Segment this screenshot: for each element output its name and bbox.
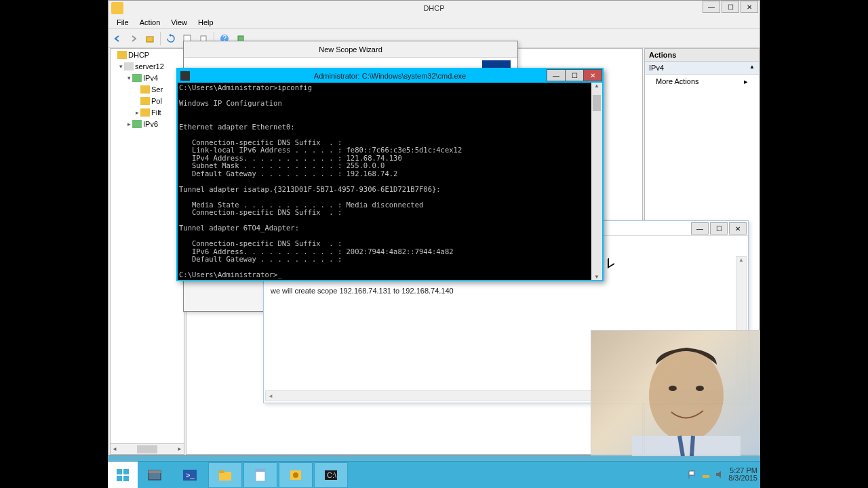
folder-icon	[140, 108, 150, 117]
menu-file[interactable]: File	[111, 18, 134, 26]
more-actions-label: More Actions	[656, 77, 699, 86]
dhcp-root-icon	[117, 51, 127, 59]
tree-item[interactable]: Pol	[151, 97, 162, 105]
submenu-icon: ▸	[744, 77, 748, 86]
cmd-minimize-button[interactable]: —	[547, 69, 566, 81]
mmc-maximize-button[interactable]: ☐	[722, 1, 739, 13]
menu-view[interactable]: View	[165, 18, 193, 26]
taskbar-cmd[interactable]: C:\	[314, 462, 348, 488]
notepad-close-button[interactable]: ✕	[729, 222, 747, 235]
svg-rect-26	[703, 475, 709, 478]
cmd-titlebar[interactable]: Administrator: C:\Windows\system32\cmd.e…	[178, 69, 602, 83]
tree-hscroll[interactable]: ◄ ►	[111, 443, 184, 454]
svg-rect-19	[219, 470, 224, 473]
tree-ipv4[interactable]: IPv4	[143, 74, 158, 82]
scroll-up-icon[interactable]: ▲	[736, 257, 746, 263]
webcam-overlay	[591, 330, 760, 455]
tree-pane[interactable]: DHCP ▾server12 ▾IPv4 Ser Pol ▸Filt ▸IPv6…	[110, 48, 184, 455]
notepad-line: we will create scope 192.168.74.131 to 1…	[271, 287, 454, 295]
cmd-vscroll[interactable]: ▲ ▼	[591, 83, 602, 280]
toolbar-back-button[interactable]	[110, 31, 125, 46]
server-icon	[124, 62, 134, 70]
svg-point-6	[649, 349, 724, 441]
svg-point-8	[696, 386, 704, 391]
mmc-close-button[interactable]: ✕	[741, 1, 758, 13]
svg-rect-10	[117, 469, 122, 474]
taskbar[interactable]: >_ C:\ 5:27 PM 8/3/2015	[108, 461, 760, 488]
svg-rect-21	[256, 469, 265, 472]
taskbar-server-manager[interactable]	[138, 462, 172, 488]
taskbar-dhcp[interactable]	[279, 462, 313, 488]
svg-rect-13	[123, 476, 129, 481]
tray-date: 8/3/2015	[728, 474, 757, 482]
collapse-icon[interactable]: ▾	[125, 75, 132, 81]
tree-item[interactable]: Ser	[151, 85, 163, 94]
tree-ipv6[interactable]: IPv6	[143, 120, 158, 128]
mmc-title: DHCP	[423, 4, 444, 12]
tree-root[interactable]: DHCP	[128, 51, 149, 59]
scroll-left-icon[interactable]: ◄	[266, 393, 275, 399]
tray-clock[interactable]: 5:27 PM 8/3/2015	[728, 467, 757, 482]
scroll-left-icon[interactable]: ◄	[112, 446, 117, 452]
cmd-maximize-button[interactable]: ☐	[565, 69, 584, 81]
dhcp-app-icon	[111, 2, 123, 14]
tray-volume-icon[interactable]	[715, 470, 724, 479]
scroll-right-icon[interactable]: ►	[177, 446, 182, 452]
toolbar-refresh-button[interactable]	[163, 31, 178, 46]
menu-action[interactable]: Action	[134, 18, 166, 26]
ipv6-icon	[132, 120, 142, 128]
svg-text:C:\: C:\	[327, 471, 337, 479]
wizard-title: New Scope Wizard	[184, 41, 517, 58]
cmd-output[interactable]: C:\Users\Administrator>ipconfig Windows …	[178, 83, 602, 280]
collapse-icon[interactable]: ▾	[117, 63, 124, 70]
tree-item[interactable]: Filt	[151, 108, 161, 117]
svg-rect-11	[123, 469, 129, 474]
actions-header: Actions	[645, 49, 759, 62]
start-button[interactable]	[108, 462, 138, 489]
cmd-close-button[interactable]: ✕	[583, 69, 602, 81]
desktop: DHCP — ☐ ✕ File Action View Help ?	[108, 0, 760, 488]
mmc-menubar: File Action View Help	[108, 16, 760, 29]
tree-server[interactable]: server12	[135, 62, 164, 70]
svg-rect-0	[146, 37, 153, 42]
svg-point-23	[293, 472, 298, 478]
scroll-down-icon[interactable]: ▼	[591, 274, 602, 280]
system-tray[interactable]: 5:27 PM 8/3/2015	[688, 461, 757, 488]
svg-rect-9	[632, 436, 741, 456]
notepad-maximize-button[interactable]: ☐	[710, 222, 728, 235]
folder-icon	[140, 97, 150, 105]
svg-rect-15	[149, 470, 161, 473]
taskbar-explorer[interactable]	[208, 462, 242, 488]
toolbar-up-button[interactable]	[142, 31, 157, 46]
toolbar-separator	[160, 32, 161, 45]
toolbar-forward-button[interactable]	[126, 31, 141, 46]
mmc-minimize-button[interactable]: —	[703, 1, 720, 13]
svg-rect-12	[117, 476, 122, 481]
actions-subheader[interactable]: IPv4 ▲	[645, 62, 759, 75]
tray-network-icon[interactable]	[701, 470, 711, 479]
more-actions-item[interactable]: More Actions ▸	[645, 75, 759, 89]
taskbar-powershell[interactable]: >_	[173, 462, 207, 488]
ipv4-icon	[132, 74, 142, 82]
notepad-minimize-button[interactable]: —	[691, 222, 709, 235]
cmd-window[interactable]: Administrator: C:\Windows\system32\cmd.e…	[176, 68, 604, 281]
actions-sub-label: IPv4	[649, 64, 664, 72]
taskbar-notepad[interactable]	[243, 462, 277, 488]
mmc-titlebar[interactable]: DHCP — ☐ ✕	[108, 1, 760, 16]
expand-icon[interactable]: ▸	[125, 121, 132, 127]
svg-point-7	[669, 386, 677, 391]
tray-flag-icon[interactable]	[688, 470, 697, 479]
scroll-up-icon[interactable]: ▲	[591, 83, 602, 89]
collapse-icon[interactable]: ▲	[749, 64, 755, 72]
expand-icon[interactable]: ▸	[134, 109, 140, 116]
menu-help[interactable]: Help	[193, 18, 219, 26]
scroll-thumb[interactable]	[137, 445, 157, 453]
cmd-app-icon	[180, 71, 190, 81]
scroll-thumb[interactable]	[593, 95, 601, 111]
folder-icon	[140, 85, 150, 94]
webcam-face-icon	[591, 331, 761, 456]
cmd-title: Administrator: C:\Windows\system32\cmd.e…	[314, 72, 466, 80]
svg-text:>_: >_	[186, 471, 195, 479]
